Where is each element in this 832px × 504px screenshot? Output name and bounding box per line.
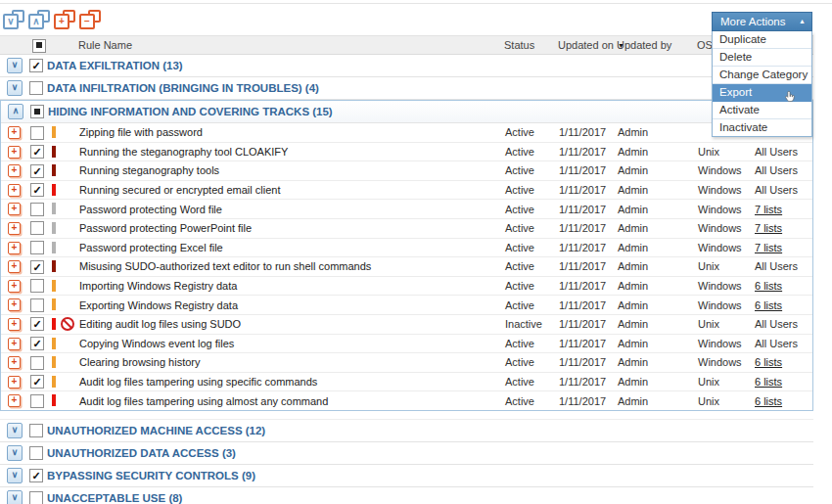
rule-checkbox[interactable]: ✓ [30, 260, 44, 274]
rule-checkbox[interactable] [30, 126, 44, 140]
rule-row: +✓Running steganography toolsActive1/11/… [1, 161, 812, 181]
chevron-down-icon[interactable]: ∨ [7, 423, 23, 438]
partial-check-mark [34, 109, 40, 115]
category-checkbox[interactable] [29, 81, 43, 95]
col-header-rule-name[interactable]: Rule Name [78, 39, 132, 51]
menu-item-inactivate[interactable]: Inactivate [713, 119, 811, 136]
expand-rule-icon[interactable]: + [8, 280, 21, 293]
rule-groups: ∨✓DATA EXFILTRATION (13)∨DATA INFILTRATI… [0, 55, 813, 504]
expand-rule-icon[interactable]: + [8, 376, 21, 389]
rule-checkbox[interactable] [30, 221, 44, 235]
category-checkbox[interactable]: ✓ [29, 59, 43, 72]
rule-updated-on: 1/11/2017 [559, 126, 606, 138]
rule-os: Windows [698, 184, 742, 196]
rule-name: Exporting Windows Registry data [79, 299, 238, 311]
rule-checkbox[interactable] [30, 356, 44, 370]
rule-name: Copying Windows event log files [79, 338, 234, 349]
expand-rule-icon[interactable]: + [8, 298, 21, 311]
chevron-down-icon[interactable]: ∨ [7, 490, 23, 504]
rule-checkbox[interactable]: ✓ [30, 145, 44, 159]
menu-item-change-category[interactable]: Change Category [713, 67, 811, 84]
rule-status: Active [505, 260, 534, 272]
col-header-os[interactable]: OS [697, 39, 713, 51]
expand-rule-icon[interactable]: + [8, 260, 21, 273]
category-checkbox[interactable] [29, 424, 43, 437]
lists-link[interactable]: 6 lists [755, 280, 782, 292]
rule-status: Active [505, 222, 534, 234]
rules-manager-page: ∨∧+− Rule Name Status Updated on▼ Update… [0, 0, 832, 504]
expand-rule-icon[interactable]: + [8, 242, 21, 254]
rule-checkbox[interactable]: ✓ [30, 183, 44, 197]
collapse-all-categories-icon[interactable]: ∧ [28, 10, 51, 30]
rule-checkbox[interactable] [30, 394, 44, 408]
expand-rule-icon[interactable]: + [8, 146, 21, 159]
rule-checkbox[interactable] [30, 241, 44, 254]
rule-checkbox[interactable] [30, 203, 44, 216]
rule-checkbox[interactable] [30, 298, 44, 312]
chevron-up-icon[interactable]: ∧ [8, 104, 23, 119]
expand-all-categories-icon[interactable]: ∨ [3, 10, 25, 30]
category-label[interactable]: HIDING INFORMATION AND COVERING TRACKS (… [48, 106, 333, 117]
expand-rule-icon[interactable]: + [8, 356, 21, 369]
rule-row: +✓Editing audit log files using SUDOInac… [1, 315, 812, 335]
collapse-all-rules-icon[interactable]: − [79, 10, 102, 30]
severity-bar [52, 356, 56, 368]
expand-rule-icon[interactable]: + [8, 203, 21, 215]
chevron-down-icon[interactable]: ∨ [7, 468, 23, 483]
rule-status: Active [505, 376, 534, 388]
more-actions-button[interactable]: More Actions ▲ [712, 12, 812, 31]
menu-item-duplicate[interactable]: Duplicate [713, 31, 811, 49]
rule-row: +Importing Windows Registry dataActive1/… [1, 277, 812, 297]
rule-name: Running steganography tools [79, 164, 219, 176]
category-checkbox[interactable]: ✓ [29, 469, 43, 482]
category-label[interactable]: BYPASSING SECURITY CONTROLS (9) [47, 470, 255, 481]
rule-checkbox[interactable] [30, 279, 44, 293]
category-checkbox[interactable] [30, 105, 44, 118]
rule-checkbox[interactable]: ✓ [30, 375, 44, 389]
expand-rule-icon[interactable]: + [8, 338, 21, 350]
lists-link[interactable]: 6 lists [755, 376, 782, 388]
chevron-down-icon[interactable]: ∨ [7, 80, 23, 96]
users-scope: All Users [755, 260, 798, 272]
category-label[interactable]: DATA EXFILTRATION (13) [47, 60, 183, 71]
menu-item-delete[interactable]: Delete [713, 49, 811, 67]
rule-name: Importing Windows Registry data [79, 280, 237, 292]
category-label[interactable]: UNAUTHORIZED DATA ACCESS (3) [47, 447, 236, 459]
rule-status: Active [505, 356, 534, 368]
rule-updated-by: Admin [618, 204, 648, 215]
lists-link[interactable]: 6 lists [755, 395, 782, 407]
col-header-status[interactable]: Status [504, 39, 534, 51]
rule-updated-on: 1/11/2017 [559, 260, 606, 272]
category-checkbox[interactable] [29, 446, 43, 460]
expand-rule-icon[interactable]: + [8, 126, 21, 139]
rule-updated-on: 1/11/2017 [559, 318, 606, 330]
category-label[interactable]: UNACCEPTABLE USE (8) [47, 492, 182, 504]
lists-link[interactable]: 6 lists [755, 356, 782, 368]
rule-status: Active [505, 395, 534, 407]
menu-item-export[interactable]: Export [713, 84, 811, 102]
rule-checkbox[interactable]: ✓ [30, 317, 44, 331]
rule-os: Windows [698, 204, 742, 215]
lists-link[interactable]: 7 lists [755, 242, 782, 253]
expand-all-rules-icon[interactable]: + [54, 10, 76, 30]
lists-link[interactable]: 7 lists [755, 222, 782, 234]
rule-checkbox[interactable]: ✓ [30, 164, 44, 178]
chevron-down-icon[interactable]: ∨ [7, 445, 23, 461]
category-label[interactable]: DATA INFILTRATION (BRINGING IN TROUBLES)… [47, 82, 319, 94]
rule-checkbox[interactable]: ✓ [30, 337, 44, 350]
col-header-updated-on[interactable]: Updated on▼ [558, 39, 624, 51]
lists-link[interactable]: 6 lists [755, 299, 782, 311]
lists-link[interactable]: 7 lists [755, 204, 782, 215]
chevron-down-icon[interactable]: ∨ [7, 58, 23, 73]
top-divider [0, 3, 832, 4]
expand-rule-icon[interactable]: + [8, 318, 21, 331]
expand-rule-icon[interactable]: + [8, 222, 21, 235]
select-all-checkbox[interactable] [32, 39, 46, 53]
stack-front-square: − [79, 14, 95, 29]
expand-rule-icon[interactable]: + [8, 164, 21, 177]
expand-rule-icon[interactable]: + [8, 184, 21, 197]
expand-rule-icon[interactable]: + [8, 394, 21, 407]
category-checkbox[interactable] [29, 491, 43, 504]
category-label[interactable]: UNAUTHORIZED MACHINE ACCESS (12) [47, 425, 265, 436]
col-header-updated-by[interactable]: Updated by [617, 39, 671, 51]
